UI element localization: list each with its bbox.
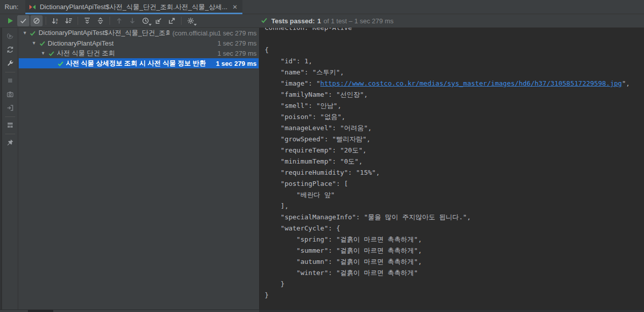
console-json-line: "smell": "안남", [265, 100, 644, 111]
next-failed-test-button[interactable] [126, 15, 138, 26]
thread-dump-camera-icon[interactable] [5, 89, 16, 100]
detach-process-icon[interactable] [5, 102, 16, 113]
test-tree-row-class[interactable]: ▼ DictionaryPlantApiTest 1 sec 279 ms [19, 38, 259, 48]
console-json-line: "summer": "겉흙이 마르면 촉촉하게", [265, 245, 644, 256]
run-label: Run: [5, 3, 18, 11]
json-image-key: "image": " [265, 80, 320, 87]
console-json-line: "specialManageInfo": "물을 많이 주지않아도 됩니다.", [265, 212, 644, 223]
json-image-suffix: ", [622, 80, 630, 87]
test-duration: 1 sec 279 ms [218, 29, 259, 37]
console-json-line: "waterCycle": { [265, 223, 644, 234]
stop-process-icon[interactable] [5, 75, 16, 86]
status-passed-label: Tests passed: [271, 17, 315, 25]
chevron-down-icon[interactable]: ▼ [21, 30, 29, 35]
side-toolbar-separator [5, 72, 15, 72]
sort-by-duration-button[interactable] [62, 15, 75, 26]
console-json-line: "winter": "겉흙이 마르면 촉촉하게" [265, 267, 644, 279]
console-json-line: "requireTemp": "20도", [265, 145, 644, 156]
test-runner-settings-button[interactable] [185, 15, 197, 26]
open-results-in-new-window-button[interactable] [166, 15, 178, 26]
console-json-line: { [265, 45, 644, 56]
expand-all-button[interactable] [81, 15, 93, 26]
test-console-output[interactable]: Connection: Keep-Alive { "id": 1, "name"… [259, 28, 644, 309]
console-json-line: } [265, 279, 644, 290]
run-tab-bar: Run: DictionaryPlantApiTest$사전_식물_단건_조회.… [0, 0, 644, 14]
run-config-tab[interactable]: DictionaryPlantApiTest$사전_식물_단건_조회.사전_식물… [25, 0, 242, 14]
console-json-line: "name": "스투키", [265, 67, 644, 78]
console-json-line: ], [265, 201, 644, 212]
sort-alphabetically-button[interactable]: az [49, 15, 61, 26]
rerun-failed-tests-icon[interactable] [5, 44, 16, 55]
tests-passed-icon [261, 17, 268, 25]
side-toolbar-separator [5, 116, 15, 117]
toolbar-separator [78, 17, 78, 25]
side-toolbar-separator [5, 134, 15, 134]
test-duration: 1 sec 279 ms [218, 50, 259, 57]
tool-window-edge-bar [0, 28, 2, 312]
import-test-results-button[interactable] [153, 15, 165, 26]
test-suite-package: (com.official.piu [172, 29, 218, 37]
junit-config-icon [28, 3, 37, 11]
console-json-line: "spring": "겉흙이 마르면 촉촉하게", [265, 234, 644, 245]
chevron-down-icon[interactable]: ▼ [30, 41, 38, 46]
console-json-line: "familyName": "선인장", [265, 89, 644, 100]
console-json-line: "autumn": "겉흙이 마르면 촉촉하게", [265, 256, 644, 267]
status-bar-widget [28, 310, 53, 312]
dropdown-caret-icon [194, 24, 197, 26]
console-clipped-header-line: Connection: Keep-Alive [265, 28, 644, 33]
svg-text:z: z [56, 21, 58, 24]
pin-tab-icon[interactable] [5, 137, 16, 148]
console-blank-line [265, 33, 644, 45]
test-group-name: 사전 식물 단건 조회 [57, 49, 115, 58]
console-json-line: "postingPlace": [ [265, 178, 644, 189]
console-json-line: "poison": "없음", [265, 111, 644, 123]
show-passed-toggle[interactable] [17, 15, 29, 26]
test-passed-icon [29, 30, 37, 36]
run-tool-window: Run: DictionaryPlantApiTest$사전_식물_단건_조회.… [0, 0, 644, 312]
console-json-line: "manageLevel": "어려움", [265, 123, 644, 134]
test-history-button[interactable] [139, 15, 152, 26]
toolbar-separator [110, 17, 110, 25]
console-json-line: "requireHumidity": "15%", [265, 167, 644, 178]
console-json-line: "id": 1, [265, 56, 644, 67]
status-bar-right [259, 310, 644, 312]
previous-failed-test-button[interactable] [113, 15, 125, 26]
console-json-image-line: "image": "https://www.costco.co.kr/media… [265, 78, 644, 89]
toolbar-separator [181, 17, 182, 25]
close-tab-icon[interactable]: ✕ [231, 4, 238, 11]
test-method-name: 사전 식물 상세정보 조회 시 사전 식물 정보 반환 [66, 59, 206, 68]
test-results-tree: ▼ DictionaryPlantApiTest$사전_식물_단건_조회 (co… [19, 28, 259, 309]
test-tree-row-selected[interactable]: 사전 식물 상세정보 조회 시 사전 식물 정보 반환 1 sec 279 ms [19, 58, 259, 68]
test-tree-row-nested-class[interactable]: ▼ 사전 식물 단건 조회 1 sec 279 ms [19, 48, 259, 58]
test-passed-icon [47, 50, 55, 57]
run-toolbar: az [0, 14, 644, 28]
rerun-tests-button[interactable] [4, 15, 16, 26]
run-tab-title: DictionaryPlantApiTest$사전_식물_단건_조회.사전_식물… [40, 3, 227, 12]
test-class-name: DictionaryPlantApiTest [48, 40, 114, 47]
console-json-line: } [265, 290, 644, 301]
status-detail: of 1 test – 1 sec 279 ms [324, 17, 393, 25]
settings-wrench-icon[interactable] [5, 58, 16, 69]
show-ignored-toggle[interactable] [30, 15, 43, 26]
toolbar-separator [46, 17, 46, 25]
collapse-all-button[interactable] [94, 15, 106, 26]
console-json-line: "베란다 앞" [265, 189, 644, 201]
console-json-line: "minimumTemp": "0도", [265, 156, 644, 167]
rerun-icon[interactable] [5, 30, 16, 42]
test-passed-icon [38, 40, 46, 47]
status-passed-count: 1 [317, 17, 321, 25]
restore-layout-icon[interactable] [5, 120, 16, 131]
test-tree-row-suite[interactable]: ▼ DictionaryPlantApiTest$사전_식물_단건_조회 (co… [19, 28, 259, 38]
chevron-down-icon[interactable]: ▼ [39, 51, 47, 56]
image-url-link[interactable]: https://www.costco.co.kr/medias/sys_mast… [320, 80, 622, 87]
console-json-line: "growSpeed": "빨리자람", [265, 134, 644, 145]
test-suite-name: DictionaryPlantApiTest$사전_식물_단건_조회 [39, 28, 170, 37]
dropdown-caret-icon [149, 24, 152, 26]
test-status-summary: Tests passed: 1 of 1 test – 1 sec 279 ms [261, 14, 393, 28]
run-side-toolbar [3, 28, 18, 309]
test-duration: 1 sec 279 ms [216, 60, 259, 67]
test-duration: 1 sec 279 ms [218, 40, 259, 47]
test-passed-icon [56, 60, 64, 67]
